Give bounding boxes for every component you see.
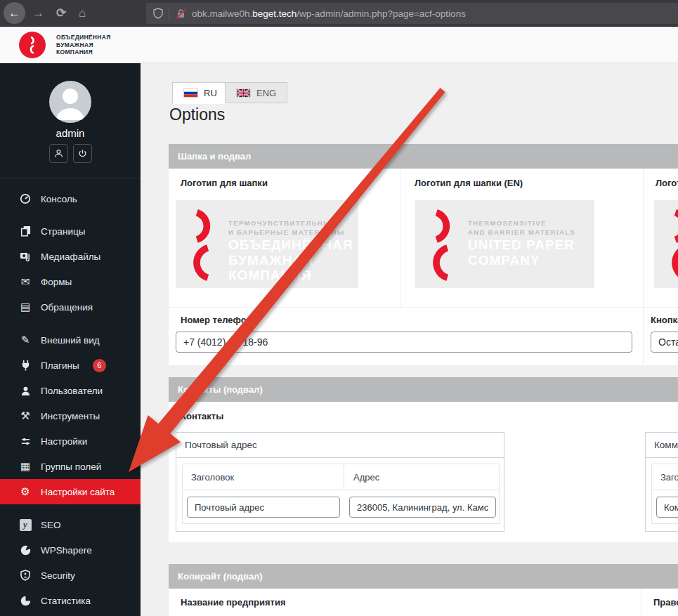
- section-contacts-body: Контакты Почтовый адрес Заголовок Адрес …: [169, 402, 678, 542]
- column-header-title: Заголовок: [652, 464, 678, 490]
- url-bar[interactable]: obk.mailwe0h.beget.tech/wp-admin/admin.p…: [146, 3, 678, 24]
- sidebar-item-appearance[interactable]: ✎ Внешний вид: [0, 327, 141, 353]
- sidebar-item-wpshapere[interactable]: WPShapere: [0, 537, 141, 563]
- media-icon: [19, 251, 32, 262]
- logo-image-third[interactable]: [654, 200, 678, 288]
- feedback-icon: ▤: [19, 301, 32, 313]
- section-contacts-handle[interactable]: Контакты (подвал): [169, 377, 678, 402]
- phone-input[interactable]: [176, 332, 632, 353]
- tab-ru[interactable]: RU: [172, 82, 228, 104]
- dashboard-icon: [19, 193, 32, 204]
- tools-icon: ⚒: [19, 409, 32, 422]
- forms-icon: ✉: [19, 275, 32, 288]
- contact-inner-table: Заголовок: [651, 464, 678, 524]
- tab-eng[interactable]: ENG: [225, 82, 287, 103]
- url-path: /wp-admin/admin.php?page=acf-options: [296, 8, 466, 19]
- column-header-address: Адрес: [345, 464, 500, 490]
- field-label: Логотип для шапки (EN): [415, 178, 523, 188]
- company-name-line2: БУМАЖНАЯ: [56, 41, 111, 49]
- home-button[interactable]: ⌂: [79, 7, 86, 19]
- contact-block-header[interactable]: Почтовый адрес: [176, 433, 504, 458]
- urlbar-divider: [169, 7, 169, 20]
- power-icon: [78, 149, 87, 158]
- field-label: Кнопка: [651, 315, 678, 325]
- field-label: Номер телефона: [181, 315, 257, 325]
- sidebar-item-pages[interactable]: Страницы: [0, 218, 141, 244]
- company-logo: [19, 32, 46, 58]
- sidebar-item-plugins[interactable]: Плагины 6: [0, 353, 141, 378]
- button-text-input[interactable]: [651, 332, 678, 353]
- contact-address-input[interactable]: [349, 497, 496, 518]
- field-label: Логотип для шапки: [181, 178, 268, 188]
- user-icon: [54, 149, 63, 158]
- forward-button[interactable]: →: [32, 7, 44, 19]
- admin-sidebar: admin Консоль Страницы Медиафайлы: [0, 63, 141, 616]
- browser-toolbar: ← → ⟳ ⌂ obk.mailwe0h.beget.tech/wp-admin…: [0, 0, 678, 27]
- wp-admin-bar: ОБЪЕДИНЁННАЯ БУМАЖНАЯ КОМПАНИЯ W ОБК ↻ 6…: [0, 27, 678, 63]
- company-name: ОБЪЕДИНЁННАЯ БУМАЖНАЯ КОМПАНИЯ: [56, 34, 111, 56]
- screen: ← → ⟳ ⌂ obk.mailwe0h.beget.tech/wp-admin…: [0, 0, 678, 616]
- uk-flag-icon: [236, 89, 251, 98]
- reload-button[interactable]: ⟳: [56, 7, 66, 19]
- tracking-shield-icon[interactable]: [153, 8, 163, 19]
- gear-icon: ⚙: [19, 485, 32, 498]
- sidebar-item-forms[interactable]: ✉ Формы: [0, 269, 141, 294]
- sidebar-menu: Консоль Страницы Медиафайлы ✉ Формы ▤ Об…: [0, 186, 141, 613]
- ru-flag-icon: [183, 89, 198, 98]
- yoast-seo-icon: y: [19, 519, 32, 531]
- field-logo-en: Логотип для шапки (EN) THERMOSENSITIVEAN…: [400, 169, 643, 307]
- field-label: Правообладатель: [653, 597, 678, 608]
- company-logo-glyph: [25, 36, 40, 54]
- sidebar-item-site-settings[interactable]: ⚙ Настройки сайта: [0, 479, 141, 504]
- users-icon: [19, 386, 32, 396]
- company-name-line3: КОМПАНИЯ: [56, 48, 111, 56]
- field-button: Кнопка: [643, 307, 678, 365]
- field-label: Логотип: [656, 178, 678, 188]
- plugins-icon: [19, 360, 32, 371]
- url-domain: beget.tech: [252, 8, 296, 19]
- settings-sliders-icon: [19, 436, 32, 447]
- plugins-update-badge: 6: [93, 359, 106, 372]
- logout-button[interactable]: [73, 144, 92, 163]
- logo-mark: [422, 206, 462, 283]
- sidebar-divider: [0, 178, 141, 178]
- back-button[interactable]: ←: [4, 2, 25, 24]
- username: admin: [0, 127, 141, 139]
- contact-block-commercial: Коммерческий отдел Заголовок: [645, 432, 678, 532]
- section-copyright-handle[interactable]: Копирайт (подвал): [169, 564, 678, 589]
- section-header-footer-handle[interactable]: Шапка и подвал: [169, 144, 678, 169]
- logo-image-ru[interactable]: ТЕРМОЧУВСТВИТЕЛЬНЫЕИ БАРЬЕРНЫЕ МАТЕРИАЛЫ…: [176, 200, 358, 288]
- sidebar-item-statistics[interactable]: Статистика: [0, 588, 141, 613]
- sidebar-item-tools[interactable]: ⚒ Инструменты: [0, 403, 141, 428]
- main-content: RU ENG Options Шапка и подвал Логотип дл…: [141, 63, 678, 616]
- pages-icon: [19, 225, 32, 237]
- contact-block-header[interactable]: Коммерческий отдел: [646, 433, 678, 458]
- sidebar-item-dashboard[interactable]: Консоль: [0, 186, 141, 211]
- field-groups-icon: ▦: [19, 460, 32, 473]
- logo-mark: [182, 206, 223, 283]
- wpshapere-icon: [19, 545, 32, 556]
- avatar: [49, 81, 91, 123]
- sidebar-item-feedback[interactable]: ▤ Обращения: [0, 294, 141, 320]
- insecure-lock-icon[interactable]: [176, 8, 186, 19]
- url-prefix: obk.mailwe0h.: [192, 8, 252, 19]
- sidebar-item-security[interactable]: Security: [0, 563, 141, 588]
- section-copyright-body: Название предприятия Правообладатель: [169, 589, 678, 616]
- logo-image-en[interactable]: THERMOSENSITIVEAND BARRIER MATERIALS UNI…: [415, 200, 594, 288]
- sidebar-item-users[interactable]: Пользователи: [0, 378, 141, 403]
- field-logo-ru: Логотип для шапки ТЕРМОЧУВСТВИТЕЛЬНЫЕИ Б…: [169, 169, 400, 307]
- profile-button[interactable]: [49, 144, 68, 163]
- sidebar-item-settings[interactable]: Настройки: [0, 428, 141, 454]
- sidebar-item-seo[interactable]: y SEO: [0, 512, 141, 537]
- company-name-line1: ОБЪЕДИНЁННАЯ: [56, 34, 111, 41]
- page-title: Options: [169, 105, 225, 124]
- stats-pie-icon: [19, 596, 32, 606]
- contact-inner-table: Заголовок Адрес: [182, 464, 500, 524]
- sidebar-item-media[interactable]: Медиафайлы: [0, 244, 141, 269]
- contact-title-input[interactable]: [187, 497, 340, 518]
- sidebar-item-field-groups[interactable]: ▦ Группы полей: [0, 454, 141, 479]
- field-phone: Номер телефона: [169, 307, 643, 365]
- security-shield-icon: [19, 570, 32, 581]
- contact-title-input[interactable]: [656, 497, 678, 518]
- url-text: obk.mailwe0h.beget.tech/wp-admin/admin.p…: [192, 8, 466, 19]
